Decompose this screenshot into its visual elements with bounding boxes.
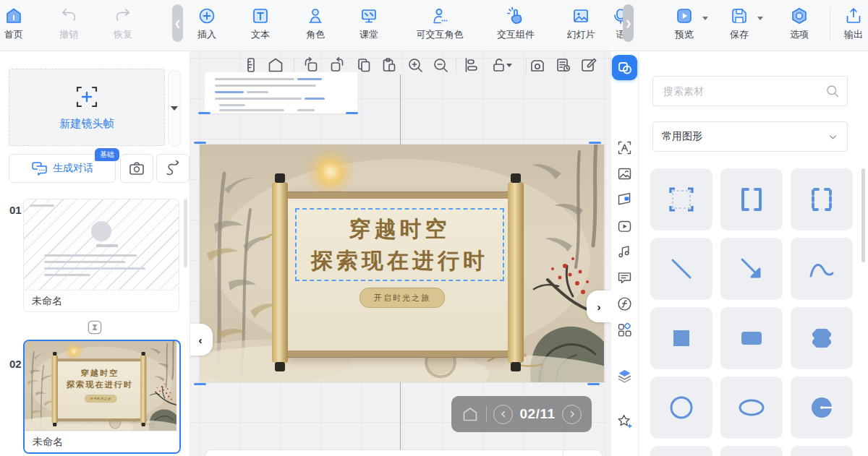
paste-icon[interactable]	[380, 56, 398, 74]
history-clipboard-icon[interactable]	[554, 56, 571, 74]
unlock-caret[interactable]	[505, 56, 514, 74]
shape-tile[interactable]	[791, 446, 853, 456]
shape-tile-brackets[interactable]	[720, 168, 783, 231]
frame-corner-handle[interactable]	[194, 383, 206, 385]
path-route-button[interactable]	[156, 154, 190, 183]
prev-page-button[interactable]	[493, 405, 513, 424]
save-dropdown-caret[interactable]	[757, 17, 763, 20]
shape-category-dropdown[interactable]: 常用图形	[652, 121, 848, 152]
generate-dialog-button[interactable]: 生成对话 基础	[9, 154, 116, 183]
ribbon-button[interactable]: 开启时光之旅	[359, 288, 445, 308]
video-panel-tab[interactable]	[616, 218, 634, 236]
favorites-panel-tab[interactable]	[616, 412, 634, 430]
frame-corner-handle[interactable]	[587, 383, 600, 385]
zoom-out-icon[interactable]	[432, 56, 449, 74]
toolbar-role[interactable]: 角色	[302, 7, 328, 41]
shape-tile[interactable]	[650, 446, 712, 456]
selection-handle[interactable]	[198, 112, 210, 114]
timeline-scrollbar[interactable]	[205, 449, 603, 456]
toolbar-preview[interactable]: 预览	[670, 7, 699, 41]
nav-home-icon[interactable]	[461, 405, 479, 423]
title-text-selection[interactable]: 穿越时空 探索现在进行时	[295, 208, 504, 281]
previous-frame-preview[interactable]	[205, 72, 357, 113]
formula-panel-tab[interactable]	[616, 295, 634, 313]
editor-canvas[interactable]: 穿越时空 探索现在进行时 开启时光之旅 ‹ › 02/11	[190, 51, 611, 456]
shape-tile-diagonal-line[interactable]	[650, 238, 712, 300]
toolbar-save[interactable]: 保存	[725, 7, 754, 41]
shapes-scrollbar[interactable]	[861, 168, 865, 262]
transition-hourglass-icon[interactable]	[88, 320, 102, 335]
toolbar-slides[interactable]: 幻灯片	[562, 7, 600, 41]
toolbar-interactive-role[interactable]: 可交互角色	[412, 7, 467, 41]
next-page-button[interactable]	[562, 405, 582, 424]
nav-divider	[486, 406, 487, 422]
home-frame-icon[interactable]	[267, 56, 284, 74]
camera-icon	[128, 160, 145, 177]
shape-tile-square[interactable]	[650, 307, 712, 369]
toolbar-classroom[interactable]: 课堂	[354, 7, 383, 41]
toolbar-text[interactable]: 文本	[247, 7, 273, 41]
material-search[interactable]	[652, 76, 848, 106]
collapse-right-panel-tab[interactable]: ›	[587, 291, 611, 322]
undo-icon	[59, 7, 78, 25]
center-guide-line	[400, 382, 401, 449]
frame-corner-handle[interactable]	[589, 142, 601, 144]
shape-tile-octagon[interactable]	[791, 307, 853, 369]
shape-tile-pie[interactable]	[791, 377, 853, 439]
ruler-icon[interactable]	[242, 56, 260, 74]
camera-shot-button[interactable]	[120, 154, 153, 183]
toolbar-interactive-role-label: 可交互角色	[417, 28, 464, 41]
edit-pen-icon[interactable]	[579, 56, 597, 74]
copy-icon[interactable]	[355, 56, 373, 74]
frame-title-line2: 探索现在进行时	[311, 246, 488, 276]
template-panel-tab[interactable]	[616, 191, 634, 209]
current-frame[interactable]: 穿越时空 探索现在进行时 开启时光之旅	[200, 145, 604, 382]
snapshot-camera-icon[interactable]	[529, 56, 546, 74]
shape-tile-rounded-rectangle[interactable]	[720, 307, 783, 369]
toolbar-undo[interactable]: 撤销	[54, 7, 83, 41]
toolbar-insert[interactable]: 插入	[194, 7, 220, 41]
text-panel-tab[interactable]	[616, 139, 634, 157]
zoom-in-icon[interactable]	[407, 56, 424, 74]
shape-tile-diagonal-arrow[interactable]	[720, 238, 783, 300]
shape-tile-curve[interactable]	[791, 238, 853, 300]
toolbar-redo[interactable]: 恢复	[109, 7, 137, 41]
shape-tile[interactable]	[720, 446, 783, 456]
music-panel-tab[interactable]	[616, 243, 634, 261]
rotate-right-icon[interactable]	[328, 56, 346, 74]
frame-corner-handle[interactable]	[194, 142, 206, 144]
shapes-panel-tab[interactable]	[612, 55, 637, 80]
toolbar-collapse-left[interactable]: ❮	[172, 4, 183, 42]
subtitle-panel-tab[interactable]	[616, 269, 634, 287]
toolbar-interactive-component-label: 交互组件	[497, 28, 535, 41]
toolbar-output[interactable]: 输出	[841, 7, 867, 41]
collapse-left-panel-tab[interactable]: ‹	[190, 324, 213, 356]
toolbar-options[interactable]: 选项	[786, 7, 812, 41]
toolbar-home-label: 首页	[4, 28, 23, 41]
toolbar-home[interactable]: 首页	[1, 7, 26, 41]
triangle-down-icon	[171, 106, 178, 111]
scroll-roller-left	[272, 182, 288, 363]
layers-panel-tab[interactable]	[616, 367, 634, 385]
toolbar-scroll-right[interactable]: ❯	[623, 4, 634, 42]
shape-tile-dashed-brackets[interactable]	[791, 168, 853, 231]
export-icon	[844, 7, 863, 25]
preview-dropdown-caret[interactable]	[702, 17, 708, 20]
new-camera-frame-button[interactable]: 新建镜头帧	[9, 69, 165, 146]
slide-image-icon	[571, 7, 590, 25]
search-icon[interactable]	[825, 84, 840, 98]
shape-tile-ellipse[interactable]	[720, 377, 783, 439]
frame-list-expander[interactable]	[168, 70, 181, 147]
align-icon[interactable]	[464, 56, 481, 74]
toolbar-interactive-component[interactable]: 交互组件	[491, 7, 540, 41]
shape-tile-circle[interactable]	[650, 377, 712, 439]
shape-tile-selection-frame[interactable]	[650, 168, 712, 231]
selection-handle[interactable]	[346, 112, 358, 114]
image-panel-tab[interactable]	[616, 165, 634, 183]
slide-thumbnail-1[interactable]: 未命名	[23, 199, 179, 312]
widgets-panel-tab[interactable]	[616, 321, 634, 339]
slide-thumbnail-2[interactable]: 穿越时空 探索现在进行时 开启时光之旅 未命名	[23, 340, 181, 454]
frames-scrollbar[interactable]	[184, 199, 187, 267]
search-input[interactable]	[662, 85, 825, 98]
rotate-left-icon[interactable]	[302, 56, 320, 74]
